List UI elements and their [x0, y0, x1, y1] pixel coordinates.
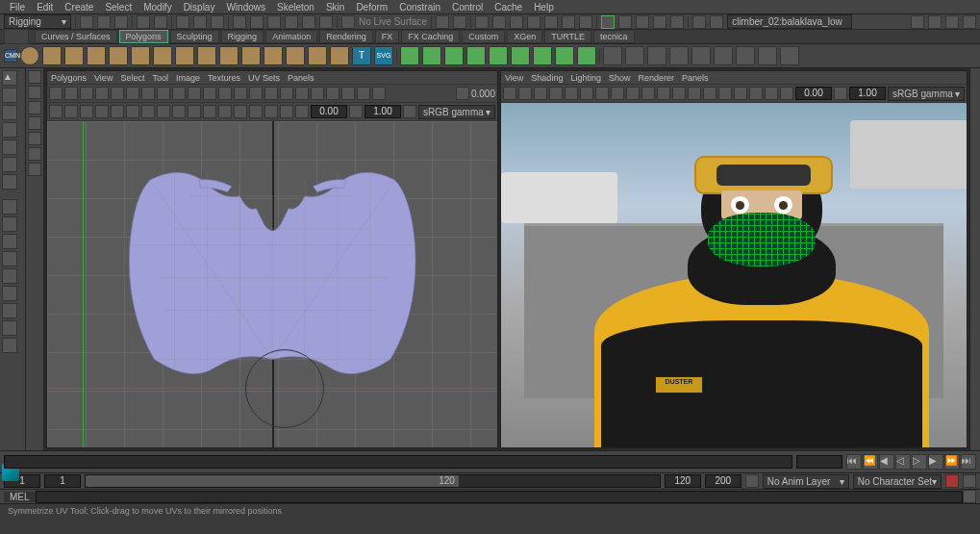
boolean-icon[interactable] [444, 46, 464, 65]
poly-pipe-icon[interactable] [241, 46, 261, 65]
play-back-icon[interactable]: ◁ [895, 454, 911, 470]
uv-tool-icon[interactable] [111, 105, 124, 118]
balaclava-wireframe[interactable] [708, 213, 816, 267]
uv-tool-icon[interactable] [249, 105, 263, 118]
retopo-icon[interactable] [691, 46, 711, 65]
menu-modify[interactable]: Modify [138, 2, 177, 13]
shelf-tab-rendering[interactable]: Rendering [319, 30, 373, 43]
vp-gamma-field[interactable]: 1.00 [849, 87, 886, 100]
unfold-icon[interactable] [780, 46, 799, 65]
uv-tool-icon[interactable] [203, 105, 216, 118]
shelf-tab-turtle[interactable]: TURTLE [544, 30, 591, 43]
poly-platonic-icon[interactable] [175, 46, 194, 65]
anim-end-field[interactable]: 200 [705, 474, 741, 488]
cmn-icon[interactable]: CMN [4, 49, 17, 63]
layout-four-icon[interactable] [2, 216, 17, 232]
uv-tool-icon[interactable] [218, 87, 232, 100]
save-scene-icon[interactable] [114, 15, 128, 29]
poly-torus-icon[interactable] [109, 46, 128, 65]
menu-skin[interactable]: Skin [320, 2, 350, 13]
uv-tool-icon[interactable] [234, 87, 247, 100]
menu-skeleton[interactable]: Skeleton [271, 2, 320, 13]
svg-icon[interactable]: SVG [374, 46, 393, 65]
uv-tool-icon[interactable] [64, 87, 78, 100]
uv-menu-uvsets[interactable]: UV Sets [248, 73, 280, 83]
poly-cube-icon[interactable] [42, 46, 62, 65]
poly-gear-icon[interactable] [286, 46, 305, 65]
layout-e-icon[interactable] [2, 303, 17, 318]
sidebar-toggle-a-icon[interactable] [911, 15, 924, 29]
layer-b-icon[interactable] [28, 86, 41, 99]
exposure-icon[interactable] [295, 105, 309, 118]
lasso-icon[interactable] [193, 15, 207, 29]
poly-cone-icon[interactable] [87, 46, 106, 65]
multicut-icon[interactable] [533, 46, 552, 65]
channel-box-collapsed[interactable] [969, 68, 980, 450]
paint-tool-icon[interactable] [2, 105, 17, 120]
range-start-field[interactable]: 1 [44, 474, 81, 488]
vp-menu-show[interactable]: Show [609, 73, 631, 83]
reduce-icon[interactable] [647, 46, 666, 65]
select-tool-icon[interactable]: ▲ [2, 70, 17, 86]
shelf-tab-curves[interactable]: Curves / Surfaces [35, 30, 117, 43]
render-settings-icon[interactable] [510, 15, 523, 29]
shelf-tab-custom[interactable]: Custom [462, 30, 505, 43]
shelf-tab-xgen[interactable]: XGen [507, 30, 542, 43]
time-slider-track[interactable] [4, 455, 792, 469]
uv-tool-icon[interactable] [80, 105, 93, 118]
viewport[interactable]: DUSTER [501, 103, 967, 447]
character-mesh[interactable]: DUSTER [594, 131, 929, 447]
layout-b-icon[interactable] [2, 251, 17, 267]
vp-exposure-field[interactable]: 0.00 [795, 87, 832, 100]
undo-icon[interactable] [137, 15, 150, 29]
layout-a-icon[interactable] [2, 234, 17, 249]
scale-tool-icon[interactable] [2, 157, 17, 172]
prefs-icon[interactable] [963, 474, 976, 488]
uv-tool-icon[interactable] [126, 105, 139, 118]
uv-tool-icon[interactable] [157, 105, 170, 118]
layer-e-icon[interactable] [28, 132, 41, 145]
separate-icon[interactable] [422, 46, 441, 65]
vp-tool-icon[interactable] [580, 87, 593, 100]
shelf-tab-polygons[interactable]: Polygons [119, 30, 168, 43]
uv-menu-select[interactable]: Select [120, 73, 144, 83]
uv-tool-icon[interactable] [157, 87, 170, 100]
layout-c-icon[interactable] [2, 268, 17, 284]
menu-windows[interactable]: Windows [220, 2, 271, 13]
vp-tool-icon[interactable] [626, 87, 640, 100]
menu-cache[interactable]: Cache [489, 2, 528, 13]
reset-icon[interactable] [403, 105, 416, 118]
snap-plane-icon[interactable] [285, 15, 298, 29]
open-scene-icon[interactable] [97, 15, 111, 29]
vp-menu-shading[interactable]: Shading [531, 73, 563, 83]
range-slider-track[interactable]: 120 [85, 474, 661, 488]
menu-constrain[interactable]: Constrain [393, 2, 446, 13]
menu-select[interactable]: Select [99, 2, 138, 13]
quad-draw-icon[interactable] [714, 46, 733, 65]
snap-live-icon[interactable] [302, 15, 315, 29]
bridge-icon[interactable] [489, 46, 508, 65]
vp-tool-icon[interactable] [565, 87, 578, 100]
layer-f-icon[interactable] [28, 147, 41, 161]
uv-menu-tool[interactable]: Tool [152, 73, 168, 83]
uv-tool-icon[interactable] [249, 87, 263, 100]
anim-layer-dropdown[interactable]: No Anim Layer▾ [763, 474, 849, 489]
uv-tool-icon[interactable] [326, 87, 339, 100]
redo-icon[interactable] [154, 15, 167, 29]
vp-tool-icon[interactable] [595, 87, 609, 100]
select-mode-icon[interactable] [176, 15, 189, 29]
sculpt-icon[interactable] [758, 46, 777, 65]
layout-f-icon[interactable] [2, 320, 17, 336]
sidebar-toggle-c-icon[interactable] [945, 15, 959, 29]
menu-display[interactable]: Display [178, 2, 221, 13]
history-off-icon[interactable] [453, 15, 466, 29]
layout-d-icon[interactable] [2, 286, 17, 301]
menu-deform[interactable]: Deform [350, 2, 393, 13]
gamma-field[interactable]: 1.00 [364, 105, 401, 118]
shelf-tab-animation[interactable]: Animation [265, 30, 317, 43]
step-back-icon[interactable]: ◀ [879, 454, 894, 470]
workspace-mode-dropdown[interactable]: Rigging▾ [4, 14, 71, 29]
uv-tool-icon[interactable] [311, 87, 324, 100]
motionbuilder-icon[interactable] [636, 15, 649, 29]
lasso-tool-icon[interactable] [2, 88, 17, 103]
